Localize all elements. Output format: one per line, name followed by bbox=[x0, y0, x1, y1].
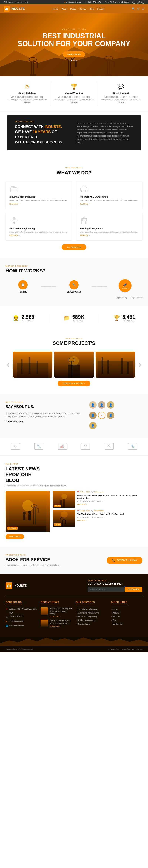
active-avatar[interactable]: ● bbox=[98, 412, 106, 419]
svg-rect-84 bbox=[10, 585, 10, 587]
footer-news-date-1: 20 Dec, 2022 bbox=[50, 616, 72, 617]
service-automotive-link[interactable]: Read More → bbox=[80, 203, 90, 205]
what-we-do-label: OUR SERVICES bbox=[5, 167, 143, 169]
development-label: DEVELOPMENT bbox=[57, 291, 92, 293]
step-arrow-1: ⟶⟶⟶ bbox=[40, 284, 57, 289]
stat-coffee-label: Cup Of Coffee bbox=[122, 320, 135, 322]
hero-dot-3[interactable] bbox=[76, 60, 77, 61]
hero-dot-1[interactable] bbox=[71, 60, 72, 61]
connect-desc: Lorem ipsum dolor sit amet consectetur a… bbox=[77, 122, 133, 144]
svg-rect-22 bbox=[113, 61, 115, 67]
testimonials-section: HAPPY CLIENTS SAY ABOUT US. "It is a lon… bbox=[0, 394, 148, 437]
blog-card-2-link[interactable]: Read More → bbox=[77, 519, 88, 521]
svg-rect-52 bbox=[71, 361, 72, 377]
feature-award-title: Award Winning bbox=[54, 92, 94, 94]
blog-card-1-link[interactable]: Read More → bbox=[77, 503, 88, 505]
footer-news-item-2: The Truth About Power is About To Be Rev… bbox=[41, 620, 72, 627]
blog-main-date: Dec 2022 bbox=[7, 527, 18, 530]
svg-rect-58 bbox=[121, 358, 123, 374]
twitter-icon[interactable]: t bbox=[137, 1, 140, 4]
footer-news-img-2 bbox=[41, 620, 48, 627]
svg-rect-13 bbox=[67, 74, 73, 76]
footer-terms-link[interactable]: Terms of Service bbox=[121, 648, 134, 650]
projects-prev-btn[interactable]: ❮ bbox=[5, 362, 11, 367]
svg-rect-65 bbox=[29, 514, 31, 521]
book-service-section: PROMOTION PLAN BOOK FOR SERVICE Lorem ip… bbox=[0, 547, 148, 574]
logo-text: INDUSTE bbox=[11, 7, 25, 10]
footer-link-services[interactable]: › Services bbox=[111, 615, 143, 619]
nav-service[interactable]: Service bbox=[79, 8, 86, 10]
footer-service-industrial[interactable]: › Industrial Manufacturing bbox=[76, 608, 107, 611]
footer-contact-phone: 📞 1800 - 234 5678 bbox=[5, 615, 37, 619]
all-services-button[interactable]: ALL SERVICES bbox=[62, 244, 86, 250]
hero-cta-button[interactable]: LEARN MORE bbox=[63, 52, 85, 57]
service-industrial-link[interactable]: Read More → bbox=[9, 203, 20, 205]
nav-pages[interactable]: Pages bbox=[70, 8, 76, 10]
service-automotive-text: Lorem ipsum dolor sit amet consectetur a… bbox=[80, 199, 139, 202]
svg-rect-35 bbox=[13, 222, 14, 223]
facebook-icon[interactable]: f bbox=[132, 1, 136, 4]
nav-logo[interactable]: INDUSTE bbox=[4, 6, 25, 12]
service-building-link[interactable]: Read More → bbox=[80, 235, 90, 236]
svg-rect-41 bbox=[85, 219, 86, 221]
linkedin-icon[interactable]: in bbox=[141, 1, 144, 4]
newsletter-input[interactable] bbox=[88, 587, 125, 592]
nav-home[interactable]: Home bbox=[53, 8, 58, 10]
feature-award-desc: Lorem ipsum dolor sit amet consectetur a… bbox=[54, 95, 94, 104]
service-mechanical-link[interactable]: Read More → bbox=[9, 235, 20, 236]
footer-service-mechanical[interactable]: › Mechanical Engineering bbox=[76, 615, 107, 619]
mechanical-icon bbox=[9, 217, 68, 225]
hero-section: WELCOME TO US BEST INDUSTRIAL SOLUTION F… bbox=[0, 13, 148, 76]
footer-news-item-1: Business plan will help you figure out h… bbox=[41, 608, 72, 617]
svg-rect-40 bbox=[82, 219, 84, 221]
load-more-projects-button[interactable]: LOAD MORE PROJECT bbox=[58, 380, 90, 386]
svg-rect-47 bbox=[29, 357, 30, 374]
how-it-works-section: WORKING PROCESS HOW IT WORKS? 📋 PLANING … bbox=[0, 258, 148, 306]
planing-icon: 📋 bbox=[18, 280, 28, 289]
testimonial-label: HAPPY CLIENTS bbox=[5, 401, 86, 403]
svg-rect-36 bbox=[10, 220, 11, 221]
launch-icon: 🚀 LAUNCH bbox=[119, 279, 131, 292]
nav-blog[interactable]: Blog bbox=[90, 8, 94, 10]
hero-dot-2[interactable] bbox=[73, 60, 75, 61]
newsletter-submit-button[interactable]: SUBSCRIBE bbox=[125, 587, 143, 592]
footer-service-smart[interactable]: › Smart Solution bbox=[76, 622, 107, 626]
footer-link-about[interactable]: › About Us bbox=[111, 611, 143, 615]
footer-link-home[interactable]: › Home bbox=[111, 608, 143, 611]
how-title: HOW IT WORKS? bbox=[5, 268, 143, 274]
projects-next-btn[interactable]: ❯ bbox=[137, 362, 143, 367]
hero-subtitle: WELCOME TO US bbox=[62, 28, 86, 30]
contact-us-now-button[interactable]: 📞 CONTACT US NOW bbox=[107, 557, 143, 564]
svg-rect-17 bbox=[107, 61, 108, 76]
testimonial-author: Tonya Anderson bbox=[5, 420, 86, 423]
partner-4: 🏗 bbox=[80, 442, 91, 450]
blog-card-2-title: The Truth About Power is About To Be Rev… bbox=[77, 513, 143, 516]
menu-icon[interactable]: ☰ bbox=[142, 7, 144, 10]
search-icon[interactable]: 🔍 bbox=[132, 7, 135, 10]
footer-sitemap-link[interactable]: Sitemap bbox=[136, 648, 143, 650]
testimonial-text: "It is a long established fact that a re… bbox=[5, 412, 86, 418]
footer-link-blog[interactable]: › Blog bbox=[111, 619, 143, 622]
how-desc-1: Project Starting bbox=[116, 297, 127, 299]
nav-about[interactable]: About bbox=[62, 8, 67, 10]
footer-link-contact[interactable]: › Contact Us bbox=[111, 622, 143, 626]
load-more-blog-button[interactable]: LOAD MORE bbox=[5, 534, 24, 539]
service-building-name: Building Management bbox=[80, 227, 139, 230]
nav-contact[interactable]: Contact bbox=[97, 8, 104, 10]
footer-privacy-link[interactable]: Privacy Policy bbox=[109, 648, 119, 650]
step-launch: 🚀 LAUNCH bbox=[108, 279, 143, 294]
blog-card-2-text: Lorem ipsum is simply dummy text... bbox=[77, 516, 143, 518]
svg-rect-5 bbox=[31, 61, 32, 76]
footer-logo-icon bbox=[5, 583, 12, 589]
svg-rect-23 bbox=[10, 188, 18, 192]
stat-clients-number: 2,589 bbox=[22, 314, 34, 320]
blog-card-1-date-meta: 📅 20 Dec, 2022 bbox=[77, 491, 90, 493]
svg-point-30 bbox=[81, 190, 83, 192]
footer-service-building[interactable]: › Building Management bbox=[76, 619, 107, 622]
top-bar-phone: 📞 1800 - 234 5678 bbox=[85, 1, 101, 3]
award-winning-icon: 🏆 bbox=[54, 84, 94, 90]
how-label: WORKING PROCESS bbox=[5, 265, 143, 267]
cart-icon[interactable]: 🛒 bbox=[137, 7, 140, 10]
footer-service-automotive[interactable]: › Automotive Manufacturing bbox=[76, 611, 107, 615]
footer-logo: INDUSTE bbox=[5, 583, 27, 589]
